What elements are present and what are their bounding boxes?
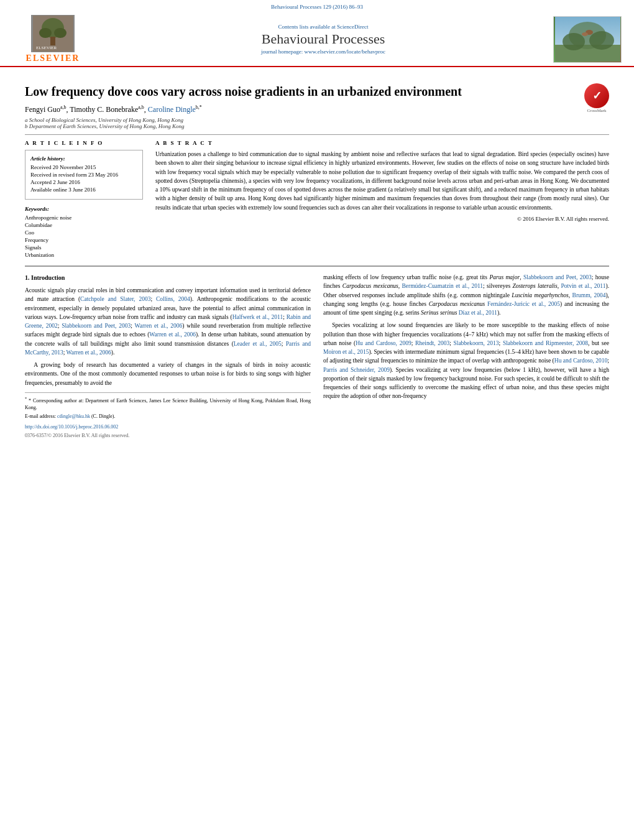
species-parus: Parus major	[489, 274, 520, 280]
svg-point-9	[563, 33, 585, 50]
affiliation-b: b Department of Earth Sciences, Universi…	[25, 123, 609, 129]
journal-cover-image	[553, 16, 622, 63]
svg-rect-2	[50, 37, 55, 45]
received-revised-date: Received in revised form 23 May 2016	[30, 172, 137, 178]
journal-name: Behavioural Processes	[93, 31, 553, 47]
sciencedirect-link[interactable]: ScienceDirect	[337, 24, 368, 30]
doi-text[interactable]: http://dx.doi.org/10.1016/j.beproc.2016.…	[25, 424, 118, 430]
abstract-heading: A B S T R A C T	[155, 140, 609, 146]
email-person: (C. Dingle).	[91, 413, 115, 419]
svg-point-10	[589, 31, 614, 50]
homepage-link[interactable]: www.elsevier.com/locate/behavproc	[305, 48, 385, 55]
footnote-text-corresponding: * Corresponding author at: Department of…	[25, 397, 311, 410]
article-info-column: A R T I C L E I N F O Article history: R…	[25, 140, 143, 259]
page: Behavioural Processes 129 (2016) 86–93 E…	[0, 0, 634, 840]
ref-parris-schneider[interactable]: Parris and Schneider, 2009	[323, 367, 390, 373]
species-zosterops: Zosterops lateralis	[513, 283, 558, 289]
body-two-col: 1. Introduction Acoustic signals play cr…	[25, 273, 609, 440]
abstract-copyright: © 2016 Elsevier B.V. All rights reserved…	[155, 216, 609, 222]
affiliations: a School of Biological Sciences, Univers…	[25, 117, 609, 129]
abstract-paragraph: Urbanization poses a challenge to bird c…	[155, 150, 609, 212]
homepage-label: journal homepage:	[261, 48, 303, 55]
homepage-line: journal homepage: www.elsevier.com/locat…	[93, 48, 553, 55]
crossmark-badge[interactable]: ✓ CrossMark	[584, 83, 609, 113]
author-caroline: Caroline Dingle	[148, 105, 196, 114]
ref-halfwerk[interactable]: Halfwerk et al., 2011	[232, 314, 283, 320]
article-info-box: Article history: Received 20 November 20…	[25, 150, 143, 200]
ref-slabbekoorn-peet[interactable]: Slabbekoorn and Peet, 2003	[523, 274, 592, 280]
author-fengyi: Fengyi Guo	[25, 105, 60, 114]
ref-fernandez[interactable]: Fernández-Juricic et al., 2005	[487, 301, 560, 307]
body-left-col: 1. Introduction Acoustic signals play cr…	[25, 273, 311, 440]
elsevier-tree-icon: ELSEVIER	[31, 15, 75, 52]
crossmark-icon: ✓	[584, 83, 609, 108]
ref-diaz[interactable]: Díaz et al., 2011	[459, 310, 497, 316]
ref-warren2006b[interactable]: Warren et al., 2006	[149, 331, 196, 338]
ref-potvin[interactable]: Potvin et al., 2011	[561, 283, 605, 289]
ref-slabbekoorn2013[interactable]: Slabbekoorn, 2013	[453, 340, 498, 346]
contents-line: Contents lists available at ScienceDirec…	[93, 24, 553, 30]
ref-hu-cardoso[interactable]: Hu and Cardoso, 2009	[356, 340, 411, 346]
ref-warren2006c[interactable]: Warren et al., 2006	[67, 349, 111, 356]
ref-collins[interactable]: Collins, 2004	[156, 296, 190, 302]
ref-moiron[interactable]: Moiron et al., 2015	[323, 349, 369, 355]
received-date: Received 20 November 2015	[30, 164, 137, 170]
affiliation-a: a School of Biological Sciences, Univers…	[25, 117, 609, 123]
article-area: ✓ CrossMark Low frequency dove coos vary…	[0, 67, 634, 446]
species-carpodacus2: Carpodacus mexicanus	[429, 301, 485, 307]
ref-slabbekoorn-ripmeester[interactable]: Slabbekoorn and Ripmeester, 2008	[503, 340, 588, 346]
keyword-5: Signals	[25, 244, 143, 251]
intro-para2: A growing body of research has documente…	[25, 361, 311, 387]
keyword-1: Anthropogenic noise	[25, 215, 143, 221]
ref-catchpole[interactable]: Catchpole and Slater, 2003	[80, 296, 150, 302]
aff-sup-b: b,*	[196, 104, 202, 110]
keyword-3: Coo	[25, 229, 143, 236]
ref-hu-cardoso2010[interactable]: Hu and Cardoso, 2010	[554, 358, 608, 364]
article-info-abstract-section: A R T I C L E I N F O Article history: R…	[25, 140, 609, 259]
aff-sup-a1: a,b	[60, 104, 67, 110]
available-date: Available online 3 June 2016	[30, 187, 137, 193]
authors-line: Fengyi Guoa,b, Timothy C. Bonebrakea,b, …	[25, 104, 609, 114]
ref-rheindt[interactable]: Rheindt, 2003	[415, 340, 449, 346]
elsevier-logo: ELSEVIER ELSEVIER	[12, 15, 93, 63]
species-serinus: Serinus serinus	[421, 310, 457, 316]
ref-leader[interactable]: Leader et al., 2005	[234, 341, 282, 347]
keywords-section: Keywords: Anthropogenic noise Columbidae…	[25, 206, 143, 258]
intro-heading: 1. Introduction	[25, 273, 311, 282]
right-para1: masking effects of low frequency urban t…	[323, 273, 609, 317]
body-right-col: masking effects of low frequency urban t…	[323, 273, 609, 440]
footnote-email: E-mail address: cdingle@hku.hk (C. Dingl…	[25, 413, 311, 420]
abstract-column: A B S T R A C T Urbanization poses a cha…	[155, 140, 609, 259]
keywords-heading: Keywords:	[25, 206, 143, 212]
journal-header: Behavioural Processes 129 (2016) 86–93 E…	[0, 0, 634, 67]
accepted-date: Accepted 2 June 2016	[30, 179, 137, 185]
intro-para1: Acoustic signals play crucial roles in b…	[25, 286, 311, 357]
citation-text: Behavioural Processes 129 (2016) 86–93	[271, 4, 363, 10]
article-info-heading: A R T I C L E I N F O	[25, 140, 143, 146]
contents-label: Contents lists available at	[278, 24, 336, 30]
email-address[interactable]: cdingle@hku.hk	[57, 413, 90, 419]
svg-text:ELSEVIER: ELSEVIER	[36, 45, 57, 50]
svg-point-12	[582, 32, 588, 36]
keyword-4: Frequency	[25, 237, 143, 243]
issn-copyright: 0376-6357/© 2016 Elsevier B.V. All right…	[25, 432, 311, 440]
elsevier-wordmark: ELSEVIER	[26, 53, 80, 63]
abstract-text: Urbanization poses a challenge to bird c…	[155, 150, 609, 212]
journal-title-center: Contents lists available at ScienceDirec…	[93, 24, 553, 55]
footnote-corresponding: * * Corresponding author at: Department …	[25, 395, 311, 411]
keyword-6: Urbanization	[25, 252, 143, 258]
doi-link[interactable]: http://dx.doi.org/10.1016/j.beproc.2016.…	[25, 423, 311, 431]
keyword-2: Columbidae	[25, 222, 143, 228]
svg-point-4	[54, 28, 67, 38]
author-timothy: Timothy C. Bonebrake	[70, 105, 138, 114]
ref-warren2006[interactable]: Warren et al., 2006	[135, 323, 183, 329]
email-label: E-mail address:	[25, 413, 56, 419]
species-luscinia: Luscinia megarhynchos	[512, 292, 568, 298]
aff-sup-a2: a,b	[138, 104, 144, 110]
divider-1	[25, 134, 609, 135]
ref-slabbekoorn2003[interactable]: Slabbekoorn and Peet, 2003	[62, 323, 131, 329]
right-para2: Species vocalizing at low sound frequenc…	[323, 321, 609, 400]
ref-bermudez[interactable]: Bermúdez-Cuamatzin et al., 2011	[402, 283, 484, 289]
article-title: Low frequency dove coos vary across nois…	[25, 83, 510, 99]
ref-brumm[interactable]: Brumm, 2004	[572, 292, 606, 298]
